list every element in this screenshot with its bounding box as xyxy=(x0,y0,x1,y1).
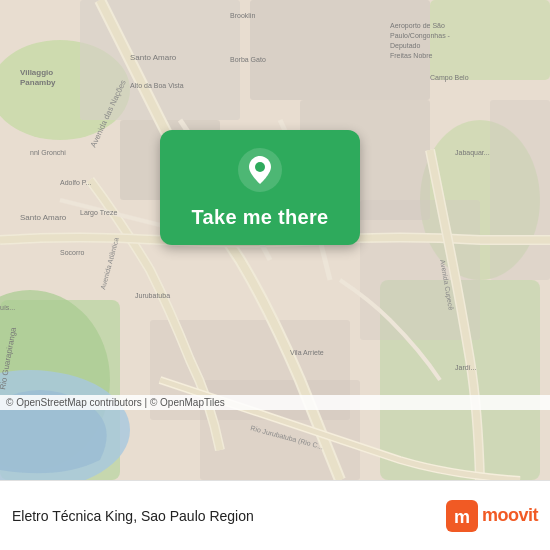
moovit-logo: m moovit xyxy=(446,500,538,532)
map-container: Avenida das Nações Avenida Atlântica Ave… xyxy=(0,0,550,480)
take-me-there-label: Take me there xyxy=(192,206,329,229)
svg-text:Paulo/Congonhas -: Paulo/Congonhas - xyxy=(390,32,451,40)
svg-text:Vila Arriete: Vila Arriete xyxy=(290,349,324,356)
svg-rect-9 xyxy=(250,0,430,100)
svg-text:Alto da Boa Vista: Alto da Boa Vista xyxy=(130,82,184,89)
svg-text:Adolfo P...: Adolfo P... xyxy=(60,179,91,186)
svg-text:Jardí...: Jardí... xyxy=(455,364,476,371)
svg-text:Panamby: Panamby xyxy=(20,78,56,87)
svg-text:Villaggio: Villaggio xyxy=(20,68,53,77)
map-attribution: © OpenStreetMap contributors | © OpenMap… xyxy=(0,395,550,410)
moovit-text: moovit xyxy=(482,505,538,526)
svg-text:Socorro: Socorro xyxy=(60,249,85,256)
svg-text:Santo Amaro: Santo Amaro xyxy=(20,213,67,222)
svg-point-43 xyxy=(255,162,265,172)
svg-text:Deputado: Deputado xyxy=(390,42,420,50)
svg-text:Jabaquar...: Jabaquar... xyxy=(455,149,490,157)
svg-text:m: m xyxy=(454,507,470,527)
moovit-icon: m xyxy=(446,500,478,532)
svg-text:Santo Amaro: Santo Amaro xyxy=(130,53,177,62)
location-label: Eletro Técnica King, Sao Paulo Region xyxy=(12,508,446,524)
svg-text:Brooklin: Brooklin xyxy=(230,12,255,19)
svg-text:Freitas Nobre: Freitas Nobre xyxy=(390,52,433,59)
svg-text:uís...: uís... xyxy=(0,304,15,311)
svg-text:Borba Gato: Borba Gato xyxy=(230,56,266,63)
svg-text:Jurubatuba: Jurubatuba xyxy=(135,292,170,299)
bottom-bar: Eletro Técnica King, Sao Paulo Region m … xyxy=(0,480,550,550)
svg-rect-4 xyxy=(430,0,550,80)
svg-text:Campo Belo: Campo Belo xyxy=(430,74,469,82)
svg-text:Largo Treze: Largo Treze xyxy=(80,209,117,217)
svg-rect-15 xyxy=(490,100,550,280)
location-pin-icon xyxy=(238,148,282,192)
svg-text:Aeroporto de São: Aeroporto de São xyxy=(390,22,445,30)
svg-text:nnl Gronchi: nnl Gronchi xyxy=(30,149,66,156)
take-me-there-card[interactable]: Take me there xyxy=(160,130,360,245)
